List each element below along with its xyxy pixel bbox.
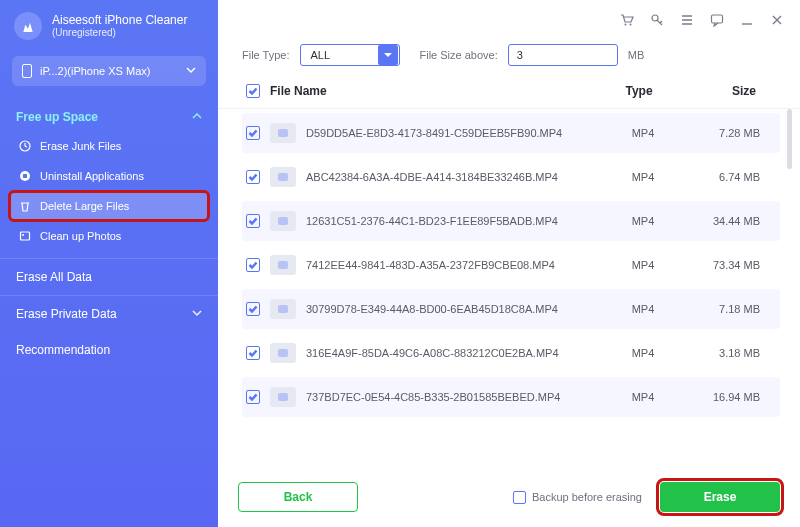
file-name: 7412EE44-9841-483D-A35A-2372FB9CBE08.MP4: [306, 259, 555, 271]
row-checkbox[interactable]: [246, 302, 260, 316]
unit-label: MB: [628, 49, 645, 61]
row-checkbox[interactable]: [246, 170, 260, 184]
select-all-checkbox[interactable]: [246, 84, 260, 98]
file-type: MP4: [608, 171, 678, 183]
erase-button[interactable]: Erase: [660, 482, 780, 512]
svg-point-5: [22, 234, 24, 236]
apps-icon: [18, 169, 32, 183]
svg-rect-9: [712, 15, 723, 23]
file-type: MP4: [608, 347, 678, 359]
file-type-label: File Type:: [242, 49, 290, 61]
file-size-label: File Size above:: [420, 49, 498, 61]
chevron-down-icon: [186, 65, 196, 77]
file-type: MP4: [608, 391, 678, 403]
chevron-down-icon: [192, 307, 202, 321]
registration-status: (Unregistered): [52, 27, 187, 39]
file-size: 16.94 MB: [678, 391, 768, 403]
main-panel: File Type: ALL File Size above: MB File …: [218, 0, 800, 527]
dropdown-caret-icon: [378, 45, 398, 65]
device-label: iP...2)(iPhone XS Max): [40, 65, 150, 77]
file-size: 7.18 MB: [678, 303, 768, 315]
file-name: 737BD7EC-0E54-4C85-B335-2B01585BEBED.MP4: [306, 391, 560, 403]
clock-icon: [18, 139, 32, 153]
menu-uninstall-applications[interactable]: Uninstall Applications: [10, 162, 208, 190]
svg-rect-4: [21, 232, 30, 240]
menu-delete-large-files[interactable]: Delete Large Files: [10, 192, 208, 220]
backup-before-erasing[interactable]: Backup before erasing: [513, 491, 642, 504]
row-checkbox[interactable]: [246, 126, 260, 140]
row-checkbox[interactable]: [246, 214, 260, 228]
file-name: 12631C51-2376-44C1-BD23-F1EE89F5BADB.MP4: [306, 215, 558, 227]
chevron-up-icon: [192, 110, 202, 124]
file-size: 3.18 MB: [678, 347, 768, 359]
trash-icon: [18, 199, 32, 213]
table-row[interactable]: 12631C51-2376-44C1-BD23-F1EE89F5BADB.MP4…: [242, 201, 780, 241]
video-thumbnail-icon: [270, 211, 296, 231]
video-thumbnail-icon: [270, 123, 296, 143]
section-erase-all-data[interactable]: Erase All Data: [0, 258, 218, 295]
scrollbar-thumb[interactable]: [787, 109, 792, 169]
table-row[interactable]: ABC42384-6A3A-4DBE-A414-3184BE33246B.MP4…: [242, 157, 780, 197]
free-up-space-menu: Erase Junk Files Uninstall Applications …: [0, 132, 218, 258]
svg-rect-0: [23, 65, 32, 78]
file-type: MP4: [608, 127, 678, 139]
filter-bar: File Type: ALL File Size above: MB: [218, 40, 800, 78]
menu-clean-up-photos[interactable]: Clean up Photos: [10, 222, 208, 250]
table-row[interactable]: 737BD7EC-0E54-4C85-B335-2B01585BEBED.MP4…: [242, 377, 780, 417]
file-name: D59DD5AE-E8D3-4173-8491-C59DEEB5FB90.MP4: [306, 127, 562, 139]
app-title: Aiseesoft iPhone Cleaner: [52, 13, 187, 27]
titlebar: [218, 0, 800, 40]
menu-icon[interactable]: [680, 13, 694, 27]
table-row[interactable]: 316E4A9F-85DA-49C6-A08C-883212C0E2BA.MP4…: [242, 333, 780, 373]
file-size: 34.44 MB: [678, 215, 768, 227]
col-size: Size: [674, 84, 764, 98]
feedback-icon[interactable]: [710, 13, 724, 27]
file-type: MP4: [608, 259, 678, 271]
file-size: 73.34 MB: [678, 259, 768, 271]
back-button[interactable]: Back: [238, 482, 358, 512]
row-checkbox[interactable]: [246, 390, 260, 404]
file-name: 316E4A9F-85DA-49C6-A08C-883212C0E2BA.MP4: [306, 347, 559, 359]
footer: Back Backup before erasing Erase: [218, 467, 800, 527]
col-type: Type: [604, 84, 674, 98]
file-type-select[interactable]: ALL: [300, 44, 400, 66]
section-erase-private-data[interactable]: Erase Private Data: [0, 295, 218, 332]
key-icon[interactable]: [650, 13, 664, 27]
brand-block: Aiseesoft iPhone Cleaner (Unregistered): [0, 0, 218, 50]
table-row[interactable]: 30799D78-E349-44A8-BD00-6EAB45D18C8A.MP4…: [242, 289, 780, 329]
table-row[interactable]: 7412EE44-9841-483D-A35A-2372FB9CBE08.MP4…: [242, 245, 780, 285]
close-icon[interactable]: [770, 13, 784, 27]
file-size: 7.28 MB: [678, 127, 768, 139]
file-type: MP4: [608, 215, 678, 227]
row-checkbox[interactable]: [246, 258, 260, 272]
menu-erase-junk-files[interactable]: Erase Junk Files: [10, 132, 208, 160]
svg-point-6: [625, 24, 627, 26]
video-thumbnail-icon: [270, 387, 296, 407]
video-thumbnail-icon: [270, 255, 296, 275]
sidebar: Aiseesoft iPhone Cleaner (Unregistered) …: [0, 0, 218, 527]
table-header: File Name Type Size: [218, 78, 800, 109]
svg-point-7: [630, 24, 632, 26]
file-size-input[interactable]: [508, 44, 618, 66]
video-thumbnail-icon: [270, 343, 296, 363]
svg-rect-3: [23, 174, 27, 178]
file-list: D59DD5AE-E8D3-4173-8491-C59DEEB5FB90.MP4…: [218, 109, 800, 467]
file-name: 30799D78-E349-44A8-BD00-6EAB45D18C8A.MP4: [306, 303, 558, 315]
section-free-up-space[interactable]: Free up Space: [0, 100, 218, 132]
minimize-icon[interactable]: [740, 13, 754, 27]
video-thumbnail-icon: [270, 167, 296, 187]
file-name: ABC42384-6A3A-4DBE-A414-3184BE33246B.MP4: [306, 171, 558, 183]
row-checkbox[interactable]: [246, 346, 260, 360]
photo-icon: [18, 229, 32, 243]
cart-icon[interactable]: [620, 13, 634, 27]
col-file-name: File Name: [270, 84, 327, 98]
file-size: 6.74 MB: [678, 171, 768, 183]
video-thumbnail-icon: [270, 299, 296, 319]
file-type: MP4: [608, 303, 678, 315]
table-row[interactable]: D59DD5AE-E8D3-4173-8491-C59DEEB5FB90.MP4…: [242, 113, 780, 153]
device-selector[interactable]: iP...2)(iPhone XS Max): [12, 56, 206, 86]
backup-checkbox[interactable]: [513, 491, 526, 504]
app-logo-icon: [14, 12, 42, 40]
phone-icon: [22, 64, 32, 78]
section-recommendation[interactable]: Recommendation: [0, 332, 218, 368]
